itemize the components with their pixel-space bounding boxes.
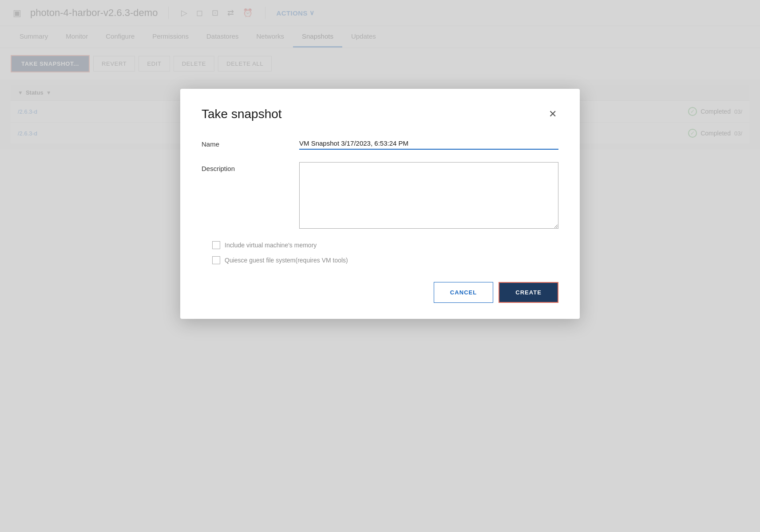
description-field-row: Description	[202, 162, 558, 229]
description-textarea[interactable]	[299, 162, 558, 229]
name-input[interactable]	[299, 138, 558, 150]
close-icon: ✕	[549, 108, 557, 120]
modal-close-button[interactable]: ✕	[547, 107, 558, 122]
memory-checkbox-label: Include virtual machine's memory	[225, 242, 317, 249]
name-label: Name	[202, 138, 299, 148]
modal-title: Take snapshot	[202, 107, 282, 121]
take-snapshot-modal: Take snapshot ✕ Name Description Include…	[180, 89, 580, 319]
create-button[interactable]: CREATE	[499, 282, 558, 303]
modal-header: Take snapshot ✕	[202, 107, 558, 122]
memory-checkbox[interactable]	[212, 241, 220, 249]
cancel-button[interactable]: CANCEL	[434, 282, 493, 303]
quiesce-checkbox[interactable]	[212, 256, 220, 264]
name-field-row: Name	[202, 138, 558, 150]
description-label: Description	[202, 162, 299, 172]
memory-checkbox-row: Include virtual machine's memory	[202, 241, 558, 249]
modal-footer: CANCEL CREATE	[202, 282, 558, 303]
quiesce-checkbox-row: Quiesce guest file system(requires VM to…	[202, 256, 558, 264]
quiesce-checkbox-label: Quiesce guest file system(requires VM to…	[225, 257, 348, 264]
